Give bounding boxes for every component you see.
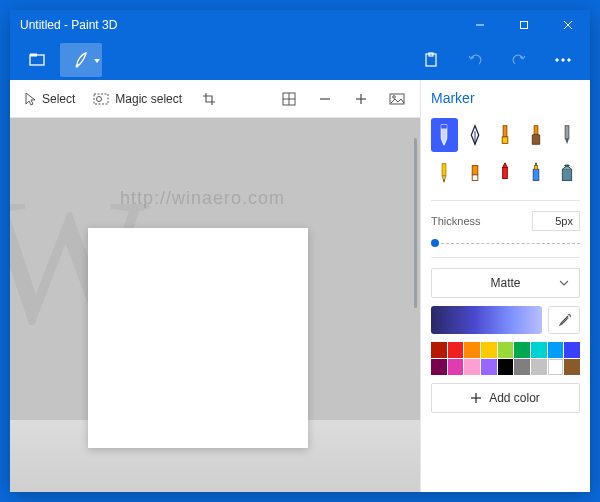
brush-panel: Marker Thickness 5px bbox=[420, 80, 590, 492]
thickness-slider[interactable] bbox=[431, 239, 580, 247]
svg-point-10 bbox=[562, 59, 564, 61]
material-label: Matte bbox=[490, 276, 520, 290]
svg-rect-1 bbox=[521, 22, 528, 29]
color-swatch[interactable] bbox=[498, 359, 514, 375]
divider bbox=[431, 200, 580, 201]
tool-fill[interactable] bbox=[553, 156, 580, 190]
thickness-row: Thickness 5px bbox=[431, 211, 580, 231]
color-swatch[interactable] bbox=[548, 342, 564, 358]
svg-rect-22 bbox=[442, 125, 448, 129]
svg-point-36 bbox=[564, 164, 570, 166]
eyedropper-icon bbox=[557, 313, 571, 327]
color-swatch[interactable] bbox=[548, 359, 564, 375]
crop-button[interactable] bbox=[192, 84, 226, 114]
tool-crayon[interactable] bbox=[492, 156, 519, 190]
magic-select-button[interactable]: Magic select bbox=[85, 84, 190, 114]
current-color-swatch[interactable] bbox=[431, 306, 542, 334]
svg-rect-27 bbox=[565, 126, 569, 139]
slider-thumb[interactable] bbox=[431, 239, 439, 247]
plus-icon bbox=[354, 92, 368, 106]
color-swatch[interactable] bbox=[431, 359, 447, 375]
canvas-viewport[interactable]: W http://winaero.com http://winaero.com bbox=[10, 118, 420, 492]
material-dropdown[interactable]: Matte bbox=[431, 268, 580, 298]
grid-toggle-button[interactable] bbox=[272, 84, 306, 114]
divider bbox=[431, 257, 580, 258]
close-button[interactable] bbox=[546, 10, 590, 40]
svg-rect-25 bbox=[503, 137, 509, 144]
app-window: Untitled - Paint 3D bbox=[10, 10, 590, 492]
svg-rect-30 bbox=[472, 175, 478, 181]
svg-rect-28 bbox=[442, 164, 446, 176]
watermark-text: http://winaero.com bbox=[120, 188, 285, 209]
zoom-in-button[interactable] bbox=[344, 84, 378, 114]
thickness-input[interactable]: 5px bbox=[532, 211, 580, 231]
view-mode-button[interactable] bbox=[380, 84, 414, 114]
paste-button[interactable] bbox=[410, 43, 452, 77]
color-swatch[interactable] bbox=[514, 359, 530, 375]
menu-expand-button[interactable] bbox=[16, 43, 58, 77]
svg-point-13 bbox=[97, 96, 102, 101]
color-swatch[interactable] bbox=[498, 342, 514, 358]
zoom-out-button[interactable] bbox=[308, 84, 342, 114]
color-swatch[interactable] bbox=[448, 359, 464, 375]
more-button[interactable] bbox=[542, 43, 584, 77]
color-swatch[interactable] bbox=[564, 359, 580, 375]
color-swatch[interactable] bbox=[448, 342, 464, 358]
color-swatch[interactable] bbox=[531, 359, 547, 375]
color-swatch[interactable] bbox=[464, 359, 480, 375]
svg-point-21 bbox=[393, 95, 396, 98]
color-swatch[interactable] bbox=[481, 342, 497, 358]
svg-rect-31 bbox=[503, 167, 508, 178]
chevron-down-icon bbox=[94, 59, 100, 63]
current-color-row bbox=[431, 306, 580, 334]
color-swatch[interactable] bbox=[564, 342, 580, 358]
maximize-button[interactable] bbox=[502, 10, 546, 40]
color-swatch[interactable] bbox=[514, 342, 530, 358]
tool-marker[interactable] bbox=[431, 118, 458, 152]
tool-oil-brush[interactable] bbox=[492, 118, 519, 152]
select-button[interactable]: Select bbox=[16, 84, 83, 114]
svg-point-9 bbox=[556, 59, 558, 61]
svg-rect-29 bbox=[472, 166, 478, 175]
eyedropper-button[interactable] bbox=[548, 306, 580, 334]
color-swatch[interactable] bbox=[481, 359, 497, 375]
tool-eraser[interactable] bbox=[462, 156, 489, 190]
panel-heading: Marker bbox=[431, 90, 580, 106]
image-icon bbox=[389, 93, 405, 105]
chevron-down-icon bbox=[559, 280, 569, 286]
color-swatch[interactable] bbox=[464, 342, 480, 358]
svg-rect-34 bbox=[535, 163, 537, 166]
menu-bar bbox=[10, 40, 590, 80]
cursor-icon bbox=[24, 92, 36, 106]
grid-icon bbox=[282, 92, 296, 106]
color-swatch[interactable] bbox=[431, 342, 447, 358]
title-bar: Untitled - Paint 3D bbox=[10, 10, 590, 40]
app-body: Select Magic select bbox=[10, 80, 590, 492]
canvas-toolbar: Select Magic select bbox=[10, 80, 420, 118]
thickness-label: Thickness bbox=[431, 215, 526, 227]
minimize-button[interactable] bbox=[458, 10, 502, 40]
tool-pixel-pen[interactable] bbox=[553, 118, 580, 152]
undo-button[interactable] bbox=[454, 43, 496, 77]
svg-rect-32 bbox=[533, 169, 539, 180]
plus-icon bbox=[471, 393, 481, 403]
magic-select-label: Magic select bbox=[115, 92, 182, 106]
add-color-label: Add color bbox=[489, 391, 540, 405]
canvas[interactable] bbox=[88, 228, 308, 448]
svg-rect-24 bbox=[504, 126, 508, 137]
tool-pencil[interactable] bbox=[431, 156, 458, 190]
svg-point-6 bbox=[76, 65, 79, 68]
canvas-column: Select Magic select bbox=[10, 80, 420, 492]
window-title: Untitled - Paint 3D bbox=[10, 18, 117, 32]
redo-button[interactable] bbox=[498, 43, 540, 77]
vertical-scrollbar[interactable] bbox=[414, 138, 417, 308]
tool-calligraphy-pen[interactable] bbox=[462, 118, 489, 152]
crop-icon bbox=[202, 92, 216, 106]
tool-spray-can[interactable] bbox=[523, 156, 550, 190]
svg-rect-33 bbox=[535, 166, 538, 170]
tool-watercolor[interactable] bbox=[523, 118, 550, 152]
brushes-tab[interactable] bbox=[60, 43, 102, 77]
add-color-button[interactable]: Add color bbox=[431, 383, 580, 413]
brush-tools-grid bbox=[431, 118, 580, 190]
color-swatch[interactable] bbox=[531, 342, 547, 358]
